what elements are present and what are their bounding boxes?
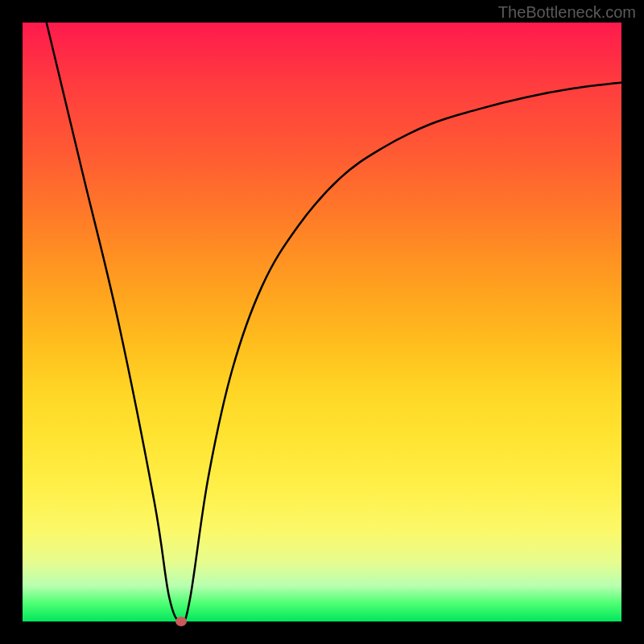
curve-svg: [23, 23, 621, 621]
plot-area: [23, 23, 621, 621]
min-marker: [175, 617, 187, 626]
attribution-text: TheBottleneck.com: [498, 3, 636, 22]
curve-line: [47, 23, 621, 621]
